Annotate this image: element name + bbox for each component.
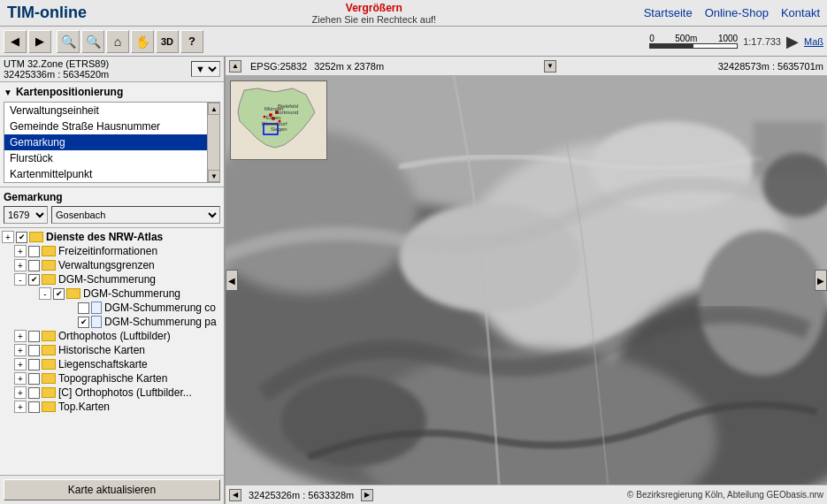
tree-checkbox[interactable] <box>28 345 40 356</box>
tree-checkbox[interactable] <box>28 246 40 257</box>
tree-label: DGM-Schummerung co <box>104 302 216 314</box>
map-canvas[interactable]: Münster Bielefeld Essen Dortmund Düsseld… <box>226 76 827 485</box>
tree-checkbox[interactable]: ✔ <box>78 317 89 328</box>
tree-expand-btn[interactable]: + <box>14 344 27 356</box>
left-bottom: Karte aktualisieren <box>0 475 224 504</box>
tree-node[interactable]: +Topographische Karten <box>2 371 222 386</box>
kartpos-scrollbar[interactable]: ▲▼ <box>207 103 219 182</box>
update-map-button[interactable]: Karte aktualisieren <box>4 479 220 500</box>
scale-arrow-button[interactable]: ▶ <box>786 32 799 51</box>
tree-expand-btn[interactable]: + <box>14 245 27 257</box>
tree-checkbox[interactable] <box>28 359 40 370</box>
map-left-arrow-button[interactable]: ◀ <box>226 270 238 291</box>
map-scroll-right-btn[interactable]: ▶ <box>361 489 373 501</box>
pan-button[interactable]: ✋ <box>131 30 154 53</box>
tree-node[interactable]: +✔Dienste des NRW-Atlas <box>2 230 222 244</box>
tree-node[interactable]: +Freizeitinformationen <box>2 244 222 258</box>
layer-tree: +✔Dienste des NRW-Atlas+Freizeitinformat… <box>0 228 224 475</box>
tree-checkbox[interactable] <box>28 373 40 385</box>
tree-checkbox[interactable] <box>78 302 89 314</box>
tree-label: Orthophotos (Luftbilder) <box>58 330 171 342</box>
coord-system-name: UTM 32.Zone (ETRS89) <box>4 58 188 69</box>
map-scroll-down-btn[interactable]: ▼ <box>544 60 556 73</box>
kartpos-scroll-up[interactable]: ▲ <box>208 103 220 115</box>
zoom-in-button[interactable]: 🔍 <box>57 30 80 53</box>
home-button[interactable]: ⌂ <box>106 30 129 53</box>
tree-checkbox[interactable] <box>28 331 40 342</box>
scale-visual: 0 500m 1000 <box>649 34 738 49</box>
tree-checkbox[interactable] <box>28 260 40 271</box>
gemarkung-name-select[interactable]: Gosenbach <box>51 206 220 224</box>
online-shop-link[interactable]: Online-Shop <box>705 6 769 19</box>
folder-icon <box>29 232 43 242</box>
coord-select[interactable]: ▼ <box>191 61 220 77</box>
toolbar: ◀ ▶ 🔍 🔍 ⌂ ✋ 3D ? 0 500m 1000 1:17.733 ▶ … <box>0 27 827 57</box>
map-scroll-left-btn[interactable]: ◀ <box>229 489 241 501</box>
nav-forward-button[interactable]: ▶ <box>28 30 51 53</box>
tree-node[interactable]: +Historische Karten <box>2 343 222 357</box>
gemarkung-num-select[interactable]: 1679 <box>4 206 48 224</box>
folder-icon <box>42 401 56 412</box>
folder-icon <box>42 274 56 285</box>
kartpos-scroll-down[interactable]: ▼ <box>208 170 220 182</box>
tree-node[interactable]: +Verwaltungsgrenzen <box>2 258 222 272</box>
kartpos-item[interactable]: Gemeinde Straße Hausnummer <box>4 118 207 134</box>
tree-node[interactable]: -✔DGM-Schummerung <box>14 286 222 301</box>
scale-mab-link[interactable]: Maß <box>804 36 823 47</box>
tree-node[interactable]: +[C] Orthophotos (Luftbilder... <box>2 386 222 400</box>
scale-bar: 0 500m 1000 1:17.733 ▶ Maß <box>649 32 823 51</box>
tree-expand-btn[interactable]: - <box>39 287 51 300</box>
kontakt-link[interactable]: Kontakt <box>781 6 820 19</box>
coord-system: UTM 32.Zone (ETRS89) 32425336m : 5634520… <box>4 58 188 80</box>
main-content: UTM 32.Zone (ETRS89) 32425336m : 5634520… <box>0 57 827 504</box>
left-panel: UTM 32.Zone (ETRS89) 32425336m : 5634520… <box>0 57 226 504</box>
tree-label: DGM-Schummerung <box>83 287 180 300</box>
tree-expand-btn[interactable]: + <box>14 358 27 370</box>
kartpos-title[interactable]: ▼ Kartenpositionierung <box>4 86 220 98</box>
tree-expand-btn[interactable]: + <box>14 259 27 271</box>
map-top-bar: ▲ EPSG:25832 3252m x 2378m ▼ 32428573m :… <box>226 57 827 76</box>
tree-checkbox[interactable] <box>28 387 40 399</box>
tree-expand-btn[interactable]: + <box>14 372 27 385</box>
tree-label: Liegenschaftskarte <box>58 358 148 370</box>
folder-icon <box>42 373 56 384</box>
scale-labels: 0 500m 1000 <box>649 34 738 43</box>
tree-expand-btn[interactable]: + <box>14 330 27 342</box>
kartpos-item[interactable]: Flurstück <box>4 150 207 166</box>
tree-label: Dienste des NRW-Atlas <box>46 231 163 243</box>
tree-expand-btn[interactable]: + <box>14 401 27 413</box>
coord-values: 32425336m : 5634520m <box>4 69 188 80</box>
kartpos-item[interactable]: Verwaltungseinheit <box>4 103 207 118</box>
tree-checkbox[interactable]: ✔ <box>53 288 65 300</box>
map-bottom-bar: ◀ 32425326m : 5633328m ▶ © Bezirksregier… <box>226 485 827 504</box>
tree-expand-btn[interactable]: - <box>14 273 27 286</box>
tree-node[interactable]: -✔DGM-Schummerung <box>2 272 222 286</box>
tree-node[interactable]: DGM-Schummerung co <box>27 301 222 315</box>
tree-expand-btn[interactable]: + <box>14 386 27 399</box>
tree-node[interactable]: +Orthophotos (Luftbilder) <box>2 329 222 343</box>
folder-icon <box>42 359 56 370</box>
map-bottom-coord: 32425326m : 5633328m <box>249 490 354 500</box>
zoom-out-button[interactable]: 🔍 <box>81 30 104 53</box>
tree-checkbox[interactable] <box>28 401 40 413</box>
nav-back-button[interactable]: ◀ <box>4 30 27 53</box>
tree-label: Freizeitinformationen <box>58 245 157 257</box>
tree-expand-btn[interactable]: + <box>2 231 14 243</box>
tree-label: Topographische Karten <box>58 372 167 385</box>
tree-checkbox[interactable]: ✔ <box>16 232 27 243</box>
map-scroll-up-btn[interactable]: ▲ <box>229 60 241 73</box>
scale-label-500: 500m <box>675 34 697 43</box>
3d-button[interactable]: 3D <box>156 30 179 53</box>
startseite-link[interactable]: Startseite <box>644 6 693 19</box>
kartpos-item[interactable]: Gemarkung <box>4 134 207 150</box>
kartpos-item[interactable]: Kartenmittelpunkt <box>4 166 207 182</box>
help-button[interactable]: ? <box>180 30 203 53</box>
map-right-arrow-button[interactable]: ▶ <box>815 270 827 291</box>
tree-label: Verwaltungsgrenzen <box>58 259 155 271</box>
folder-icon <box>42 331 56 341</box>
tree-node[interactable]: +Liegenschaftskarte <box>2 357 222 371</box>
tree-node[interactable]: +Top.Karten <box>2 400 222 414</box>
tree-checkbox[interactable]: ✔ <box>28 274 40 286</box>
kartpos-expand-icon: ▼ <box>4 88 12 97</box>
tree-node[interactable]: ✔DGM-Schummerung pa <box>27 315 222 329</box>
